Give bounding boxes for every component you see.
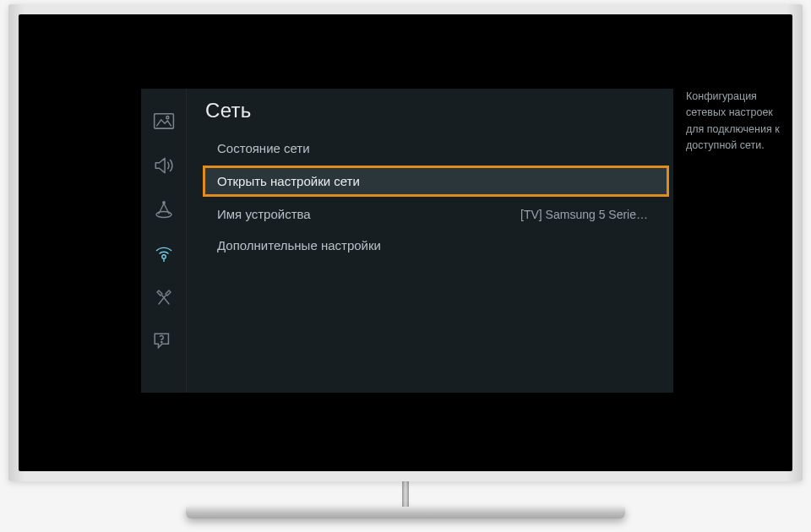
menu-item-label: Дополнительные настройки xyxy=(217,238,655,252)
support-icon[interactable] xyxy=(153,332,175,350)
tv-frame: Сеть Состояние сети Открыть настройки се… xyxy=(8,4,803,481)
settings-main: Сеть Состояние сети Открыть настройки се… xyxy=(187,89,673,393)
svg-point-2 xyxy=(156,212,171,218)
broadcast-icon[interactable] xyxy=(153,200,175,219)
svg-point-6 xyxy=(161,341,161,342)
svg-point-1 xyxy=(166,117,168,119)
menu-item-advanced-settings[interactable]: Дополнительные настройки xyxy=(205,230,667,261)
menu-item-open-network-settings[interactable]: Открыть настройки сети xyxy=(203,166,669,197)
menu-item-network-status[interactable]: Состояние сети xyxy=(205,133,667,164)
sound-icon[interactable] xyxy=(153,156,175,175)
tv-screen: Сеть Состояние сети Открыть настройки се… xyxy=(19,14,792,471)
menu-item-label: Имя устройства xyxy=(217,207,520,221)
menu-item-value: [TV] Samsung 5 Serie… xyxy=(520,208,655,221)
tv-stand-base xyxy=(186,507,625,518)
system-icon[interactable] xyxy=(153,288,175,307)
menu-item-label: Состояние сети xyxy=(217,141,655,155)
svg-point-4 xyxy=(161,255,165,258)
settings-panel: Сеть Состояние сети Открыть настройки се… xyxy=(141,89,673,393)
picture-icon[interactable] xyxy=(153,112,175,131)
network-icon[interactable] xyxy=(153,244,175,263)
svg-point-3 xyxy=(162,202,164,204)
section-title: Сеть xyxy=(205,99,667,122)
menu-item-device-name[interactable]: Имя устройства [TV] Samsung 5 Serie… xyxy=(205,198,667,230)
settings-icon-rail xyxy=(141,89,187,393)
description-text: Конфигурация сетевых настроек для подклю… xyxy=(686,89,783,155)
menu-item-label: Открыть настройки сети xyxy=(217,174,655,188)
tv-stand-neck xyxy=(402,481,409,507)
